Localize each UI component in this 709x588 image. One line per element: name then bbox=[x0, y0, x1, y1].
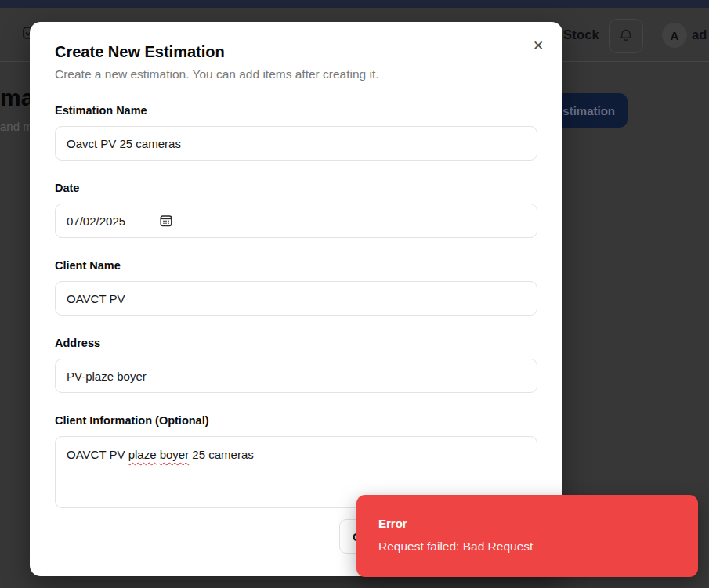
date-label: Date bbox=[55, 181, 537, 195]
username-label: ad bbox=[692, 27, 707, 42]
client-name-input[interactable] bbox=[55, 281, 537, 316]
error-toast[interactable]: Error Request failed: Bad Request bbox=[356, 495, 698, 577]
client-info-text: 25 cameras bbox=[189, 448, 254, 461]
estimation-name-field-group: Estimation Name bbox=[55, 103, 537, 161]
misspelled-word: boyer bbox=[160, 448, 190, 461]
create-estimation-modal: ✕ Create New Estimation Create a new est… bbox=[30, 22, 562, 576]
toast-message: Request failed: Bad Request bbox=[378, 539, 676, 554]
address-field-group: Address bbox=[55, 336, 537, 393]
address-input[interactable] bbox=[55, 359, 537, 393]
page-subtitle-fragment: and m bbox=[0, 120, 33, 133]
estimation-form: Estimation Name Date bbox=[55, 103, 537, 508]
date-field-group: Date bbox=[55, 181, 537, 238]
modal-title: Create New Estimation bbox=[55, 41, 537, 63]
topbar bbox=[0, 0, 709, 8]
estimation-name-label: Estimation Name bbox=[55, 103, 537, 117]
modal-subtitle: Create a new estimation. You can add ite… bbox=[55, 66, 537, 83]
notifications-button[interactable] bbox=[609, 19, 643, 53]
estimation-name-input[interactable] bbox=[55, 126, 537, 161]
client-name-field-group: Client Name bbox=[55, 258, 537, 316]
client-information-label: Client Information (Optional) bbox=[55, 413, 537, 427]
date-input[interactable] bbox=[55, 204, 537, 238]
toast-title: Error bbox=[378, 517, 676, 531]
close-icon[interactable]: ✕ bbox=[529, 36, 548, 55]
nav-item-stock[interactable]: Stock bbox=[563, 27, 599, 42]
address-label: Address bbox=[55, 336, 537, 350]
client-information-field-group: Client Information (Optional) OAVCT PV p… bbox=[55, 413, 537, 508]
misspelled-word: plaze bbox=[128, 448, 157, 461]
client-info-text: OAVCT PV bbox=[67, 448, 128, 461]
bell-icon bbox=[618, 28, 634, 44]
client-name-label: Client Name bbox=[55, 258, 537, 272]
user-avatar[interactable]: A bbox=[662, 23, 687, 48]
